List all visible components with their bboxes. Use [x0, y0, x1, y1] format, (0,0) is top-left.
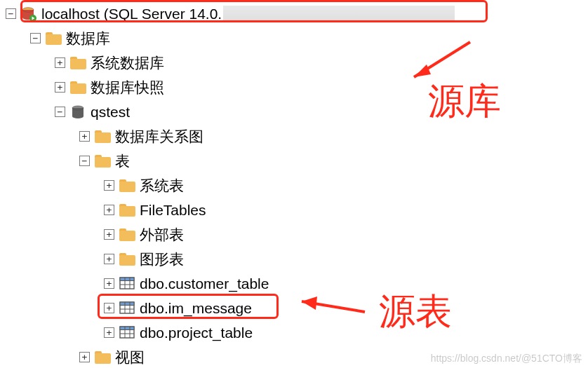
expand-icon[interactable]: [55, 82, 65, 93]
folder-icon: [119, 203, 135, 218]
tree-node-external[interactable]: 外部表: [0, 222, 588, 247]
expand-icon[interactable]: [104, 303, 114, 313]
node-label: 视图: [115, 348, 145, 367]
tree-node-databases[interactable]: 数据库: [0, 26, 588, 50]
node-label: 数据库关系图: [115, 127, 203, 146]
node-label: 数据库快照: [91, 78, 164, 97]
node-label: 数据库: [66, 29, 110, 48]
folder-icon: [119, 178, 135, 193]
expand-icon[interactable]: [79, 352, 90, 362]
svg-point-8: [72, 114, 83, 118]
node-label: 外部表: [140, 225, 184, 245]
folder-icon: [119, 227, 135, 243]
server-label: localhost (SQL Server 14.0.: [41, 6, 222, 22]
collapse-icon[interactable]: [79, 156, 90, 166]
collapse-icon[interactable]: [55, 107, 65, 117]
table-icon: [119, 301, 135, 316]
node-label: 系统表: [140, 176, 184, 196]
svg-rect-16: [120, 302, 134, 306]
node-label: 图形表: [140, 250, 184, 269]
expand-icon[interactable]: [104, 327, 114, 338]
expand-icon[interactable]: [104, 229, 114, 240]
object-explorer-tree: localhost (SQL Server 14.0. 数据库 系统数据库 数据…: [0, 0, 588, 368]
tree-node-qstest[interactable]: qstest: [0, 100, 588, 124]
expand-icon[interactable]: [104, 205, 114, 215]
redacted-text: [223, 6, 455, 22]
node-label: qstest: [91, 104, 130, 121]
expand-icon[interactable]: [55, 57, 65, 68]
collapse-icon[interactable]: [6, 8, 16, 19]
tree-node-diagrams[interactable]: 数据库关系图: [0, 124, 588, 149]
tree-node-table-im-message[interactable]: dbo.im_message: [0, 296, 588, 320]
folder-icon: [94, 350, 111, 365]
watermark: https://blog.csdn.net/@51CTO博客: [431, 353, 582, 365]
node-label: dbo.project_table: [140, 325, 253, 341]
folder-icon: [45, 31, 62, 46]
collapse-icon[interactable]: [30, 33, 41, 43]
server-icon: [20, 6, 37, 22]
folder-icon: [69, 80, 86, 95]
tree-node-table-project[interactable]: dbo.project_table: [0, 320, 588, 345]
expand-icon[interactable]: [79, 131, 90, 142]
table-icon: [119, 276, 135, 292]
tree-node-table-customer[interactable]: dbo.customer_table: [0, 271, 588, 296]
node-label: dbo.customer_table: [140, 275, 269, 292]
tree-node-server[interactable]: localhost (SQL Server 14.0.: [0, 1, 588, 26]
database-icon: [69, 104, 86, 120]
tree-node-graph[interactable]: 图形表: [0, 247, 588, 271]
tree-node-systables[interactable]: 系统表: [0, 173, 588, 198]
table-icon: [119, 325, 135, 341]
node-label: dbo.im_message: [140, 300, 252, 317]
svg-rect-11: [120, 278, 134, 281]
tree-node-snapshot[interactable]: 数据库快照: [0, 75, 588, 100]
expand-icon[interactable]: [104, 254, 114, 264]
tree-node-filetables[interactable]: FileTables: [0, 198, 588, 222]
node-label: FileTables: [140, 202, 206, 219]
node-label: 表: [115, 151, 130, 171]
expand-icon[interactable]: [104, 278, 114, 289]
node-label: 系统数据库: [91, 53, 164, 73]
folder-icon: [69, 55, 86, 71]
svg-rect-21: [120, 327, 134, 330]
folder-icon: [119, 252, 135, 267]
expand-icon[interactable]: [104, 180, 114, 191]
folder-icon: [94, 154, 111, 169]
folder-icon: [94, 129, 111, 144]
tree-node-tables[interactable]: 表: [0, 149, 588, 173]
tree-node-sysdb[interactable]: 系统数据库: [0, 50, 588, 75]
